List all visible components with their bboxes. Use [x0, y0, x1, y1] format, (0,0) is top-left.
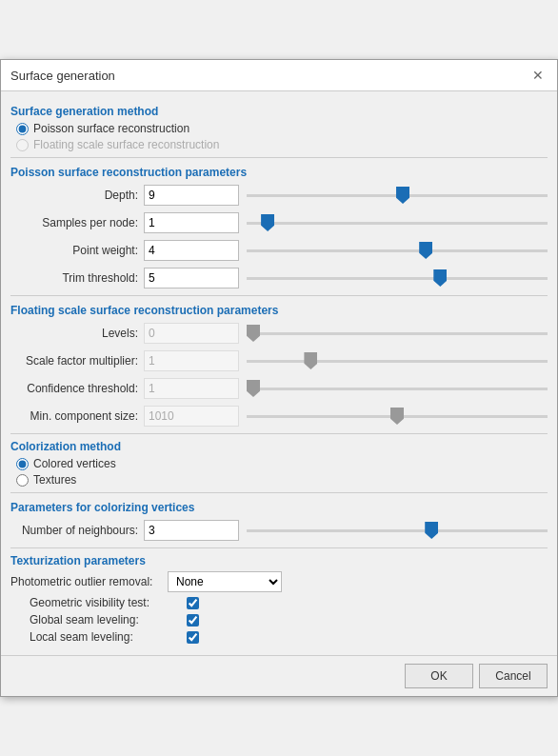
poisson-label[interactable]: Poisson surface reconstruction — [33, 122, 189, 135]
min-component-input — [144, 406, 239, 427]
surface-method-group: Poisson surface reconstruction Floating … — [16, 122, 548, 151]
min-component-slider — [247, 415, 548, 418]
divider-5 — [10, 547, 548, 548]
confidence-slider-wrapper — [247, 377, 548, 400]
scale-factor-row: Scale factor multiplier: — [10, 349, 548, 372]
surface-generation-dialog: Surface generation ✕ Surface generation … — [0, 59, 558, 697]
samples-label: Samples per node: — [10, 216, 144, 229]
depth-label: Depth: — [10, 189, 144, 202]
neighbours-label: Number of neighbours: — [10, 524, 144, 537]
depth-slider-wrapper — [247, 184, 548, 207]
textures-option: Textures — [16, 473, 548, 487]
colored-vertices-radio[interactable] — [16, 458, 29, 470]
colorization-group: Colored vertices Textures — [16, 457, 548, 487]
scale-factor-slider-wrapper — [247, 349, 548, 372]
texturization-header: Texturization parameters — [10, 554, 548, 567]
photometric-select[interactable]: None Reprojection — [168, 571, 282, 592]
confidence-label: Confidence threshold: — [10, 382, 144, 395]
title-bar: Surface generation ✕ — [1, 60, 557, 91]
divider-4 — [10, 492, 548, 493]
geometric-visibility-checkbox[interactable] — [187, 597, 199, 609]
samples-input[interactable] — [144, 212, 239, 233]
colored-vertices-option: Colored vertices — [16, 457, 548, 470]
poisson-option: Poisson surface reconstruction — [16, 122, 548, 135]
neighbours-slider[interactable] — [247, 529, 548, 532]
colorization-header: Colorization method — [10, 440, 548, 453]
textures-radio[interactable] — [16, 474, 29, 487]
trim-threshold-row: Trim threshold: — [10, 267, 548, 289]
confidence-row: Confidence threshold: — [10, 377, 548, 400]
depth-input[interactable] — [144, 185, 239, 206]
global-seam-label: Global seam leveling: — [30, 613, 182, 627]
samples-slider[interactable] — [247, 222, 548, 225]
levels-input — [144, 323, 239, 344]
button-row: OK Cancel — [1, 655, 557, 696]
min-component-row: Min. component size: — [10, 405, 548, 428]
photometric-label: Photometric outlier removal: — [10, 575, 163, 588]
min-component-slider-wrapper — [247, 405, 548, 428]
ok-button[interactable]: OK — [405, 664, 473, 688]
cancel-button[interactable]: Cancel — [479, 664, 548, 688]
point-weight-slider-wrapper — [247, 239, 548, 262]
point-weight-label: Point weight: — [10, 244, 144, 257]
close-button[interactable]: ✕ — [528, 66, 548, 85]
samples-slider-wrapper — [247, 211, 548, 234]
trim-threshold-slider-wrapper — [247, 267, 548, 289]
point-weight-input[interactable] — [144, 240, 239, 261]
min-component-label: Min. component size: — [10, 409, 144, 423]
samples-row: Samples per node: — [10, 211, 548, 234]
neighbours-slider-wrapper — [247, 519, 548, 542]
scale-factor-label: Scale factor multiplier: — [10, 354, 144, 368]
local-seam-row: Local seam leveling: — [30, 630, 548, 644]
local-seam-checkbox[interactable] — [187, 631, 199, 644]
levels-row: Levels: — [10, 322, 548, 345]
confidence-input — [144, 378, 239, 399]
divider-1 — [10, 157, 548, 158]
divider-2 — [10, 295, 548, 296]
surface-method-header: Surface generation method — [10, 105, 548, 118]
depth-slider[interactable] — [247, 194, 548, 197]
global-seam-row: Global seam leveling: — [30, 613, 548, 627]
floating-params-header: Floating scale surface reconstruction pa… — [10, 304, 548, 317]
colorize-vertices-header: Parameters for colorizing vertices — [10, 501, 548, 514]
trim-threshold-label: Trim threshold: — [10, 271, 144, 285]
trim-threshold-input[interactable] — [144, 268, 239, 288]
floating-radio[interactable] — [16, 139, 29, 151]
scale-factor-input — [144, 350, 239, 371]
poisson-radio[interactable] — [16, 123, 29, 135]
floating-option: Floating scale surface reconstruction — [16, 138, 548, 151]
divider-3 — [10, 433, 548, 434]
global-seam-checkbox[interactable] — [187, 614, 199, 627]
dialog-content: Surface generation method Poisson surfac… — [1, 91, 557, 655]
levels-slider — [247, 332, 548, 335]
colored-vertices-label[interactable]: Colored vertices — [33, 457, 116, 470]
point-weight-slider[interactable] — [247, 249, 548, 252]
levels-slider-wrapper — [247, 322, 548, 345]
neighbours-row: Number of neighbours: — [10, 519, 548, 542]
levels-label: Levels: — [10, 327, 144, 340]
local-seam-label: Local seam leveling: — [30, 630, 182, 644]
dialog-title: Surface generation — [10, 69, 115, 83]
depth-row: Depth: — [10, 184, 548, 207]
photometric-row: Photometric outlier removal: None Reproj… — [10, 571, 548, 592]
confidence-slider — [247, 388, 548, 390]
poisson-params-header: Poisson surface reconstruction parameter… — [10, 166, 548, 179]
textures-label[interactable]: Textures — [33, 473, 76, 487]
neighbours-input[interactable] — [144, 520, 239, 541]
geometric-visibility-label: Geometric visibility test: — [30, 596, 182, 609]
point-weight-row: Point weight: — [10, 239, 548, 262]
floating-label[interactable]: Floating scale surface reconstruction — [33, 138, 219, 151]
geometric-visibility-row: Geometric visibility test: — [30, 596, 548, 609]
scale-factor-slider — [247, 360, 548, 363]
trim-threshold-slider[interactable] — [247, 277, 548, 280]
